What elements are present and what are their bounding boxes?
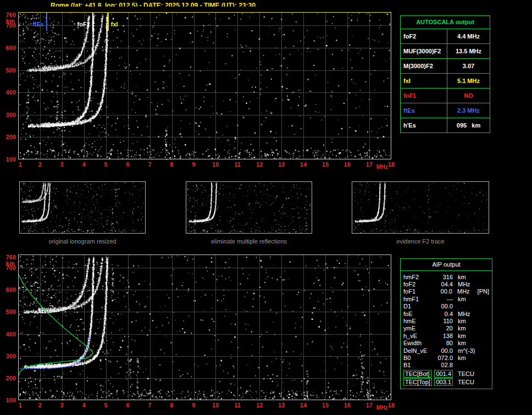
- aip-row-label: foF2: [403, 281, 434, 287]
- aip-row-value: 316: [434, 274, 453, 280]
- aip-row-unit: MHz: [453, 311, 476, 317]
- aip-row-label: TEC[Bot]: [403, 370, 434, 377]
- aip-row-value: ---: [434, 296, 453, 302]
- aip-row-hme: hmE110km: [401, 317, 492, 324]
- aip-row-unit: TECU: [453, 379, 476, 385]
- aip-output-table: AIP output hmF2316kmfoF204.4MHzfoF100.0M…: [400, 258, 492, 389]
- aip-row-tec-top-: TEC[Top]003.1TECU: [401, 378, 492, 385]
- aip-row-extra: [PN]: [475, 288, 489, 295]
- aip-row-b1: B102.8: [401, 362, 492, 369]
- aip-row-fof1: foF100.0MHz[PN]: [401, 288, 492, 295]
- aip-row-value: 02.8: [434, 362, 453, 368]
- aip-row-unit: km: [453, 340, 476, 346]
- aip-row-tec-bot-: TEC[Bot]001.4TECU: [401, 370, 492, 377]
- aip-row-label: D1: [403, 303, 434, 309]
- aip-row-label: foF1: [403, 288, 434, 295]
- aip-row-value: 003.1: [434, 379, 453, 385]
- autoscala-row-value: 2.3 MHz: [447, 103, 490, 118]
- autoscala-row-fof1: foF1NO: [401, 88, 490, 103]
- autoscala-row-value: 3.07: [447, 59, 490, 73]
- aip-row-label: hmE: [403, 318, 434, 324]
- aip-row-d1: D100.0: [401, 303, 492, 310]
- autoscala-output-table: AUTOSCALA output foF24.4 MHzMUF(3000)F21…: [400, 15, 490, 133]
- autoscala-row-fof2: foF24.4 MHz: [401, 29, 490, 44]
- autoscala-row-muf-3000-f2: MUF(3000)F213.5 MHz: [401, 44, 490, 59]
- aip-row-value: 138: [434, 333, 453, 339]
- aip-row-unit: km: [453, 318, 476, 324]
- aip-row-fof2: foF204.4MHz: [401, 280, 492, 287]
- aip-row-yme: ymE20km: [401, 325, 492, 332]
- thumbnail-caption-eliminate: eliminate multiple reflections: [186, 238, 312, 245]
- autoscala-row-value: 5.1 MHz: [447, 74, 490, 88]
- autoscala-row-label: h'Es: [401, 118, 447, 132]
- aip-row-foe: foE0.4MHz: [401, 310, 492, 317]
- ionogram-bottom-canvas: [0, 251, 398, 415]
- aip-row-label: hmF2: [403, 274, 434, 280]
- aip-row-label: DelN_vE: [403, 347, 434, 354]
- thumbnail-caption-evidence: evidence F2 trace: [352, 238, 489, 245]
- autoscala-row-label: foF1: [401, 88, 447, 103]
- autoscala-row-fxi: fxI5.1 MHz: [401, 74, 490, 88]
- aip-row-label: foE: [403, 311, 434, 317]
- aip-row-b0: B0072.0km: [401, 354, 492, 361]
- aip-row-unit: km: [453, 296, 476, 302]
- aip-row-deln-ve: DelN_vE00.0m^(-3): [401, 347, 492, 354]
- ionogram-top-canvas: [0, 7, 398, 171]
- autoscala-table-body: foF24.4 MHzMUF(3000)F213.5 MHzM(3000)F23…: [401, 29, 490, 132]
- autoscala-row-value: NO: [447, 88, 490, 103]
- aip-row-value: 0.4: [434, 311, 453, 317]
- autoscala-row-label: M(3000)F2: [401, 59, 447, 73]
- aip-row-label: Ewidth: [403, 340, 434, 346]
- aip-row-label: B1: [403, 362, 434, 368]
- aip-row-label: TEC[Top]: [403, 379, 434, 385]
- autoscala-row-label: foF2: [401, 29, 447, 43]
- aip-row-hmf2: hmF2316km: [401, 273, 492, 280]
- aip-row-value: 04.4: [434, 281, 453, 287]
- thumbnail-eliminate-reflections: [186, 181, 312, 234]
- aip-row-value: 00.0: [434, 288, 452, 295]
- aip-row-value: 20: [434, 325, 453, 331]
- autoscala-row-label: ftEs: [401, 103, 447, 118]
- aip-row-unit: km: [453, 325, 476, 331]
- autoscala-row-label: fxI: [401, 74, 447, 88]
- aip-row-unit: km: [453, 274, 476, 280]
- aip-row-unit: m^(-3): [453, 347, 476, 354]
- autoscala-row-m-3000-f2: M(3000)F23.07: [401, 59, 490, 74]
- autoscala-row-value: 095 km: [447, 118, 490, 132]
- aip-row-unit: km: [453, 355, 476, 361]
- autoscala-row-ftes: ftEs2.3 MHz: [401, 103, 490, 118]
- thumbnail-original-ionogram: [19, 181, 146, 234]
- aip-row-label: h_vE: [403, 333, 434, 339]
- aip-row-unit: MHz: [453, 281, 476, 287]
- aip-row-value: 00.0: [434, 303, 453, 309]
- aip-row-value: 00.0: [434, 347, 453, 354]
- thumbnail-evidence-f2-trace: [352, 181, 489, 234]
- aip-row-value: 072.0: [434, 355, 453, 361]
- aip-row-label: hmF1: [403, 296, 434, 302]
- aip-row-h-ve: h_vE138km: [401, 332, 492, 339]
- autoscala-screen: Rome (lat: +41.8, lon: 012.5) - DATE: 20…: [0, 0, 532, 415]
- thumbnail-caption-original: original ionogram resized: [19, 238, 146, 245]
- aip-row-value: 001.4: [434, 370, 453, 377]
- autoscala-row-h-es: h'Es095 km: [401, 118, 490, 132]
- aip-row-value: 80: [434, 340, 453, 346]
- aip-table-title: AIP output: [401, 259, 492, 271]
- aip-row-unit: km: [453, 333, 476, 339]
- aip-row-value: 110: [434, 318, 453, 324]
- aip-row-hmf1: hmF1---km: [401, 295, 492, 302]
- aip-row-label: B0: [403, 355, 434, 361]
- aip-table-body: hmF2316kmfoF204.4MHzfoF100.0MHz[PN]hmF1-…: [401, 273, 492, 386]
- aip-row-label: ymE: [403, 325, 434, 331]
- aip-row-unit: MHz: [452, 288, 475, 295]
- autoscala-table-title: AUTOSCALA output: [401, 16, 490, 29]
- autoscala-row-value: 4.4 MHz: [447, 29, 490, 43]
- autoscala-row-label: MUF(3000)F2: [401, 44, 447, 58]
- aip-row-ewidth: Ewidth80km: [401, 340, 492, 347]
- aip-row-unit: TECU: [453, 370, 476, 377]
- autoscala-row-value: 13.5 MHz: [447, 44, 490, 58]
